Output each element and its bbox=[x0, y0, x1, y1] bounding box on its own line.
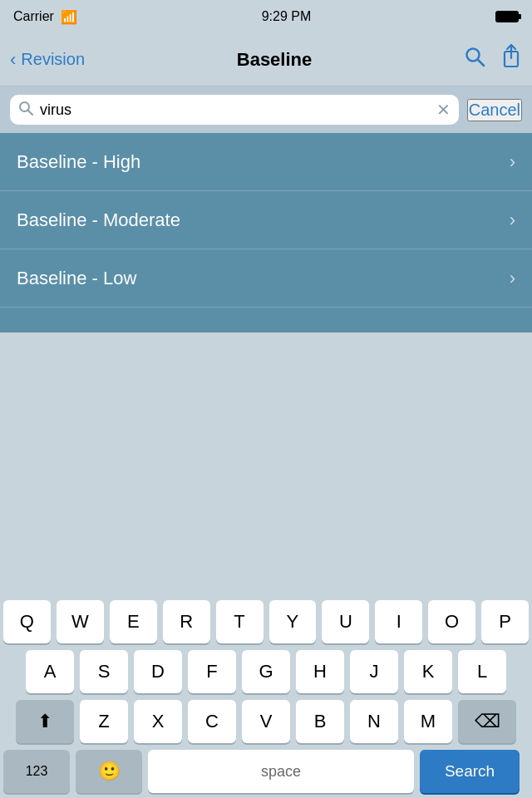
key-t[interactable]: T bbox=[216, 600, 264, 643]
clear-icon[interactable]: ✕︎ bbox=[436, 100, 451, 120]
back-label: Revision bbox=[21, 50, 85, 69]
key-a[interactable]: A bbox=[26, 650, 74, 693]
shift-key[interactable]: ⬆ bbox=[16, 700, 74, 743]
keyboard-row-4: 123 🙂 space Search bbox=[0, 750, 532, 793]
key-k[interactable]: K bbox=[404, 650, 452, 693]
num-key[interactable]: 123 bbox=[3, 750, 70, 793]
key-h[interactable]: H bbox=[296, 650, 344, 693]
list-item[interactable]: Baseline - High › bbox=[0, 133, 532, 191]
search-input-wrapper: ✕︎ bbox=[10, 95, 459, 125]
wifi-icon: 📶 bbox=[61, 9, 77, 25]
key-n[interactable]: N bbox=[350, 700, 398, 743]
key-p[interactable]: P bbox=[481, 600, 529, 643]
cancel-button[interactable]: Cancel bbox=[467, 99, 522, 121]
share-button[interactable] bbox=[500, 43, 522, 76]
status-bar: Carrier 📶 9:29 PM bbox=[0, 0, 532, 33]
search-bar-container: ✕︎ Cancel bbox=[0, 86, 532, 133]
chevron-right-icon: › bbox=[510, 151, 515, 173]
key-x[interactable]: X bbox=[134, 700, 182, 743]
svg-line-4 bbox=[28, 110, 33, 115]
key-c[interactable]: C bbox=[188, 700, 236, 743]
list-spacer bbox=[0, 308, 532, 332]
battery-icon bbox=[495, 11, 519, 22]
list-item-label: Baseline - High bbox=[17, 151, 140, 173]
search-button[interactable] bbox=[464, 46, 485, 73]
back-chevron-icon: ‹ bbox=[10, 49, 16, 71]
carrier-text: Carrier bbox=[13, 9, 54, 24]
key-z[interactable]: Z bbox=[80, 700, 128, 743]
battery-area bbox=[495, 11, 519, 22]
key-g[interactable]: G bbox=[242, 650, 290, 693]
list-item[interactable]: Baseline - Moderate › bbox=[0, 191, 532, 249]
key-y[interactable]: Y bbox=[269, 600, 317, 643]
chevron-right-icon: › bbox=[510, 268, 515, 289]
key-w[interactable]: W bbox=[57, 600, 104, 643]
emoji-key[interactable]: 🙂 bbox=[76, 750, 142, 793]
key-q[interactable]: Q bbox=[3, 600, 51, 643]
time-label: 9:29 PM bbox=[262, 9, 312, 24]
svg-line-1 bbox=[478, 60, 485, 66]
key-j[interactable]: J bbox=[350, 650, 398, 693]
carrier-label: Carrier 📶 bbox=[13, 9, 77, 25]
nav-actions bbox=[464, 43, 522, 76]
back-button[interactable]: ‹ Revision bbox=[10, 49, 85, 71]
key-i[interactable]: I bbox=[375, 600, 422, 643]
search-input[interactable] bbox=[40, 101, 430, 119]
nav-bar: ‹ Revision Baseline bbox=[0, 33, 532, 86]
search-key[interactable]: Search bbox=[420, 750, 520, 793]
list-item-label: Baseline - Low bbox=[17, 268, 136, 289]
key-o[interactable]: O bbox=[428, 600, 475, 643]
key-m[interactable]: M bbox=[404, 700, 452, 743]
search-small-icon bbox=[18, 101, 33, 120]
list-item[interactable]: Baseline - Low › bbox=[0, 249, 532, 308]
key-e[interactable]: E bbox=[110, 600, 157, 643]
key-v[interactable]: V bbox=[242, 700, 290, 743]
list-item-label: Baseline - Moderate bbox=[17, 209, 180, 231]
keyboard-row-1: Q W E R T Y U I O P bbox=[0, 600, 532, 643]
keyboard-row-2: A S D F G H J K L bbox=[0, 650, 532, 693]
key-l[interactable]: L bbox=[458, 650, 506, 693]
page-title: Baseline bbox=[237, 49, 313, 71]
key-u[interactable]: U bbox=[322, 600, 369, 643]
keyboard: Q W E R T Y U I O P A S D F G H J K L ⬆ … bbox=[0, 594, 532, 798]
key-b[interactable]: B bbox=[296, 700, 344, 743]
chevron-right-icon: › bbox=[510, 209, 515, 231]
backspace-key[interactable]: ⌫ bbox=[458, 700, 516, 743]
key-f[interactable]: F bbox=[188, 650, 236, 693]
space-key[interactable]: space bbox=[148, 750, 414, 793]
key-r[interactable]: R bbox=[163, 600, 210, 643]
keyboard-row-3: ⬆ Z X C V B N M ⌫ bbox=[0, 700, 532, 743]
key-s[interactable]: S bbox=[80, 650, 128, 693]
list-container: Baseline - High › Baseline - Moderate › … bbox=[0, 133, 532, 332]
key-d[interactable]: D bbox=[134, 650, 182, 693]
